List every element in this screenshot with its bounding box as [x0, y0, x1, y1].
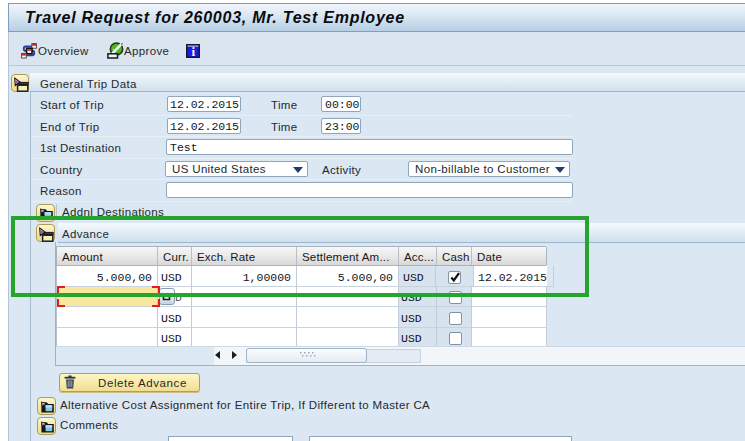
svg-text:i: i: [191, 44, 195, 58]
